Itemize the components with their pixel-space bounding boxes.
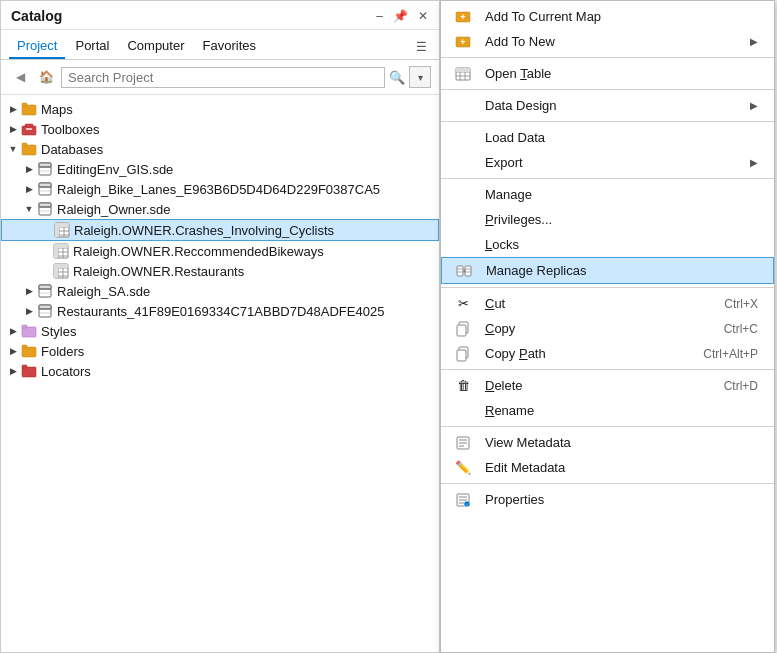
menu-label-copy: Copy bbox=[485, 321, 704, 336]
label-crashes: Raleigh.OWNER.Crashes_Involving_Cyclists bbox=[74, 223, 334, 238]
tree-item-databases[interactable]: ▼ Databases bbox=[1, 139, 439, 159]
separator-6 bbox=[441, 369, 774, 370]
svg-rect-16 bbox=[39, 203, 51, 207]
add-map-icon: + bbox=[453, 7, 473, 27]
label-maps: Maps bbox=[41, 102, 73, 117]
catalog-title: Catalog bbox=[11, 8, 62, 24]
svg-rect-3 bbox=[25, 124, 33, 127]
menu-label-view-metadata: View Metadata bbox=[485, 435, 758, 450]
folder-icon-styles bbox=[21, 323, 37, 339]
tree-item-folders[interactable]: ▶ Folders bbox=[1, 341, 439, 361]
expand-maps[interactable]: ▶ bbox=[5, 101, 21, 117]
nav-back-button[interactable]: ◀ bbox=[9, 66, 31, 88]
expand-editingenv[interactable]: ▶ bbox=[21, 161, 37, 177]
expand-toolboxes[interactable]: ▶ bbox=[5, 121, 21, 137]
expand-raleigh-sa[interactable]: ▶ bbox=[21, 283, 37, 299]
edit-metadata-icon: ✏️ bbox=[453, 458, 473, 478]
tree-item-crashes[interactable]: ▶ Raleigh.OWNER.Crashes_Involving_Cyclis… bbox=[1, 219, 439, 241]
shortcut-copy: Ctrl+C bbox=[724, 322, 758, 336]
search-input-wrap bbox=[61, 67, 385, 88]
svg-rect-55 bbox=[22, 367, 36, 377]
search-bar: ◀ 🏠 🔍 ▾ bbox=[1, 60, 439, 95]
menu-item-copy[interactable]: Copy Ctrl+C bbox=[441, 316, 774, 341]
search-input[interactable] bbox=[68, 70, 378, 85]
tree-item-restaurants-db[interactable]: ▶ Restaurants_41F89E0169334C71ABBD7D48AD… bbox=[1, 301, 439, 321]
menu-item-copy-path[interactable]: Copy Path Ctrl+Alt+P bbox=[441, 341, 774, 366]
menu-item-manage[interactable]: Manage bbox=[441, 182, 774, 207]
add-new-icon: + bbox=[453, 32, 473, 52]
svg-rect-6 bbox=[22, 143, 27, 146]
menu-item-delete[interactable]: 🗑 Delete Ctrl+D bbox=[441, 373, 774, 398]
menu-item-manage-replicas[interactable]: Manage Replicas bbox=[441, 257, 774, 284]
cut-icon: ✂ bbox=[453, 294, 473, 314]
tab-portal[interactable]: Portal bbox=[67, 34, 117, 59]
tree-item-restaurants-owner[interactable]: ▶ Raleigh.OWNER.Restaurants bbox=[1, 261, 439, 281]
menu-item-privileges[interactable]: Privileges... bbox=[441, 207, 774, 232]
search-button[interactable]: 🔍 bbox=[389, 70, 405, 85]
menu-item-add-to-map[interactable]: + Add To Current Map bbox=[441, 4, 774, 29]
menu-item-load-data[interactable]: Load Data bbox=[441, 125, 774, 150]
menu-item-rename[interactable]: Rename bbox=[441, 398, 774, 423]
tree-item-bikeways[interactable]: ▶ Raleigh.OWNER.ReccommendedBikeways bbox=[1, 241, 439, 261]
label-raleigh-owner: Raleigh_Owner.sde bbox=[57, 202, 170, 217]
expand-restaurants-db[interactable]: ▶ bbox=[21, 303, 37, 319]
label-raleigh-sa: Raleigh_SA.sde bbox=[57, 284, 150, 299]
tree-item-raleigh-sa[interactable]: ▶ Raleigh_SA.sde bbox=[1, 281, 439, 301]
shortcut-cut: Ctrl+X bbox=[724, 297, 758, 311]
catalog-tabs-left: Project Portal Computer Favorites bbox=[9, 34, 264, 59]
separator-1 bbox=[441, 57, 774, 58]
menu-item-open-table[interactable]: Open Table bbox=[441, 61, 774, 86]
tab-favorites[interactable]: Favorites bbox=[195, 34, 264, 59]
svg-rect-42 bbox=[54, 264, 58, 278]
context-menu: + Add To Current Map + Add To New ▶ bbox=[440, 0, 775, 653]
table-icon-restaurants-owner bbox=[53, 263, 69, 279]
tab-menu-icon[interactable]: ☰ bbox=[412, 36, 431, 58]
tree-item-styles[interactable]: ▶ Styles bbox=[1, 321, 439, 341]
tree-item-maps[interactable]: ▶ Maps bbox=[1, 99, 439, 119]
svg-rect-4 bbox=[26, 128, 32, 130]
menu-label-load-data: Load Data bbox=[485, 130, 758, 145]
tab-computer[interactable]: Computer bbox=[119, 34, 192, 59]
menu-item-export[interactable]: Export ▶ bbox=[441, 150, 774, 175]
open-table-icon bbox=[453, 64, 473, 84]
expand-locators[interactable]: ▶ bbox=[5, 363, 21, 379]
tree-item-raleigh-bike[interactable]: ▶ Raleigh_Bike_Lanes_E963B6D5D4D64D229F0… bbox=[1, 179, 439, 199]
menu-item-view-metadata[interactable]: View Metadata bbox=[441, 430, 774, 455]
menu-item-properties[interactable]: i Properties bbox=[441, 487, 774, 512]
table-icon-crashes bbox=[54, 222, 70, 238]
properties-icon: i bbox=[453, 490, 473, 510]
tab-project[interactable]: Project bbox=[9, 34, 65, 59]
menu-label-rename: Rename bbox=[485, 403, 758, 418]
tree-item-raleigh-owner[interactable]: ▼ Raleigh_Owner.sde bbox=[1, 199, 439, 219]
arrow-add-new: ▶ bbox=[750, 36, 758, 47]
separator-5 bbox=[441, 287, 774, 288]
folder-icon-locators bbox=[21, 363, 37, 379]
menu-item-data-design[interactable]: Data Design ▶ bbox=[441, 93, 774, 118]
menu-item-locks[interactable]: Locks bbox=[441, 232, 774, 257]
nav-home-button[interactable]: 🏠 bbox=[35, 66, 57, 88]
menu-item-edit-metadata[interactable]: ✏️ Edit Metadata bbox=[441, 455, 774, 480]
menu-item-add-to-new[interactable]: + Add To New ▶ bbox=[441, 29, 774, 54]
tree-item-editingenv[interactable]: ▶ EditingEnv_GIS.sde bbox=[1, 159, 439, 179]
tree-container: ▶ Maps ▶ Toolboxes ▼ bbox=[1, 95, 439, 652]
search-dropdown[interactable]: ▾ bbox=[409, 66, 431, 88]
manage-replicas-icon bbox=[454, 261, 474, 281]
label-restaurants-db: Restaurants_41F89E0169334C71ABBD7D48ADFE… bbox=[57, 304, 384, 319]
expand-folders[interactable]: ▶ bbox=[5, 343, 21, 359]
expand-raleigh-owner[interactable]: ▼ bbox=[21, 201, 37, 217]
expand-styles[interactable]: ▶ bbox=[5, 323, 21, 339]
minimize-icon[interactable]: – bbox=[373, 7, 386, 25]
close-icon[interactable]: ✕ bbox=[415, 7, 431, 25]
expand-databases[interactable]: ▼ bbox=[5, 141, 21, 157]
catalog-tabs: Project Portal Computer Favorites ☰ bbox=[1, 30, 439, 60]
menu-label-add-to-new: Add To New bbox=[485, 34, 742, 49]
view-metadata-icon bbox=[453, 433, 473, 453]
catalog-titlebar: Catalog – 📌 ✕ bbox=[1, 1, 439, 30]
expand-raleigh-bike[interactable]: ▶ bbox=[21, 181, 37, 197]
tree-item-toolboxes[interactable]: ▶ Toolboxes bbox=[1, 119, 439, 139]
pin-icon[interactable]: 📌 bbox=[390, 7, 411, 25]
menu-label-manage-replicas: Manage Replicas bbox=[486, 263, 757, 278]
menu-item-cut[interactable]: ✂ Cut Ctrl+X bbox=[441, 291, 774, 316]
tree-item-locators[interactable]: ▶ Locators bbox=[1, 361, 439, 381]
separator-7 bbox=[441, 426, 774, 427]
